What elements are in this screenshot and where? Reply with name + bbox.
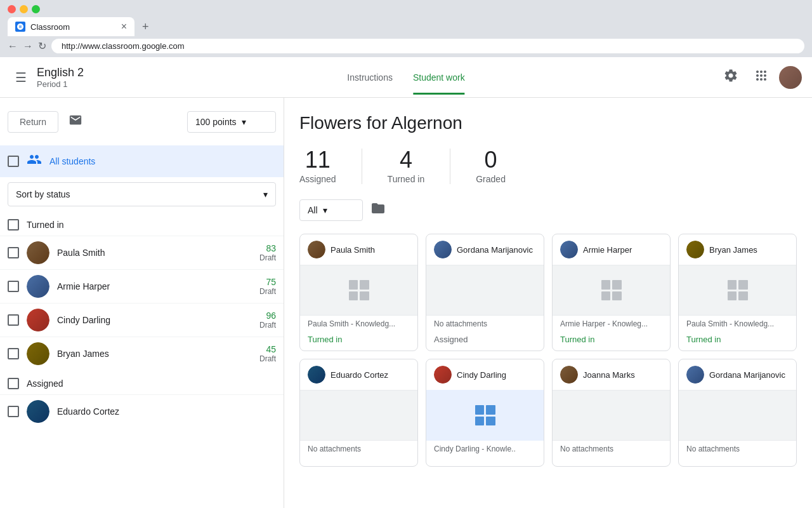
card-cindy-thumbnail <box>426 390 544 441</box>
card-gordana-header: Gordana Marijanovic <box>426 234 544 265</box>
armie-checkbox[interactable] <box>8 281 19 292</box>
paula-avatar <box>27 241 49 264</box>
close-dot[interactable] <box>8 5 16 13</box>
assigned-label: Assigned <box>27 378 63 389</box>
tab-close-button[interactable]: × <box>121 21 127 32</box>
card-paula-smith[interactable]: Paula Smith Paula Smith - Knowledg... Tu… <box>299 234 418 351</box>
browser-address-bar: ← → ↻ <box>0 36 812 57</box>
paula-name: Paula Smith <box>57 248 252 258</box>
hamburger-button[interactable]: ☰ <box>10 65 32 90</box>
points-label: 100 points <box>195 117 237 127</box>
turned-in-label: Turned in <box>27 220 64 230</box>
armie-name: Armie Harper <box>57 281 252 291</box>
doc-grid-icon-2 <box>601 280 622 300</box>
card-armie-thumbnail <box>553 265 670 316</box>
course-name: English 2 <box>37 66 84 79</box>
student-item-armie[interactable]: Armie Harper 75 Draft <box>0 269 284 303</box>
stats-row: 11 Assigned 4 Turned in 0 Graded <box>299 149 797 184</box>
card-bryan-thumbnail <box>679 265 796 316</box>
user-avatar[interactable] <box>779 66 802 89</box>
card-gordana[interactable]: Gordana Marijanovic No attachments Assig… <box>426 234 544 351</box>
card-bryan-name: Bryan James <box>709 245 757 255</box>
card-joanna-status <box>553 457 670 466</box>
assigned-checkbox[interactable] <box>8 378 19 389</box>
sort-dropdown[interactable]: Sort by status ▾ <box>8 182 276 206</box>
bryan-avatar <box>27 342 49 365</box>
card-bryan[interactable]: Bryan James Paula Smith - Knowledg... Tu… <box>678 234 797 351</box>
card-gordana-status: Assigned <box>426 332 544 351</box>
paula-checkbox[interactable] <box>8 247 19 258</box>
card-gordana-filename: No attachments <box>426 316 544 332</box>
all-students-label: All students <box>49 156 95 166</box>
assigned-count: 11 <box>299 149 336 171</box>
student-item-bryan[interactable]: Bryan James 45 Draft <box>0 337 284 370</box>
turned-in-checkbox[interactable] <box>8 219 19 231</box>
filter-row: All ▾ <box>299 199 797 221</box>
student-item-eduardo[interactable]: Eduardo Cortez <box>0 394 284 428</box>
folder-button[interactable] <box>370 201 386 220</box>
minimize-dot[interactable] <box>20 5 28 13</box>
return-button[interactable]: Return <box>8 111 58 133</box>
graded-label: Graded <box>476 174 506 184</box>
card-armie-name: Armie Harper <box>583 245 632 255</box>
maximize-dot[interactable] <box>32 5 40 13</box>
reload-button[interactable]: ↻ <box>38 40 46 52</box>
card-eduardo[interactable]: Eduardo Cortez No attachments <box>299 359 418 467</box>
card-cindy-avatar <box>434 366 452 384</box>
card-gordana-avatar <box>434 241 452 258</box>
card-armie[interactable]: Armie Harper Armie Harper - Knowleg... T… <box>552 234 671 351</box>
card-armie-status: Turned in <box>553 332 670 351</box>
sort-arrow-icon: ▾ <box>263 189 268 199</box>
forward-button[interactable]: → <box>23 41 33 52</box>
eduardo-name: Eduardo Cortez <box>57 406 276 417</box>
turned-in-count: 4 <box>388 149 425 171</box>
card-eduardo-thumbnail <box>300 390 417 441</box>
settings-button[interactable] <box>718 63 743 92</box>
bryan-checkbox[interactable] <box>8 348 19 359</box>
card-cindy-filename: Cindy Darling - Knowle.. <box>426 441 544 457</box>
all-students-checkbox[interactable] <box>8 156 19 167</box>
bryan-grade: 45 Draft <box>259 344 276 363</box>
card-gordana-2-name: Gordana Marijanovic <box>709 370 785 380</box>
main-content: Return 100 points ▾ All students So <box>0 98 812 508</box>
stat-graded: 0 Graded <box>476 149 531 184</box>
card-joanna[interactable]: Joanna Marks No attachments <box>552 359 671 467</box>
card-gordana-2-avatar <box>686 366 704 384</box>
all-students-filter[interactable]: All students <box>0 145 284 177</box>
filter-select[interactable]: All ▾ <box>299 199 363 221</box>
assignment-title: Flowers for Algernon <box>299 113 797 133</box>
tab-instructions[interactable]: Instructions <box>347 60 393 95</box>
card-cindy[interactable]: Cindy Darling Cindy Darling - Knowle.. <box>426 359 544 467</box>
card-gordana-2[interactable]: Gordana Marijanovic No attachments <box>678 359 797 467</box>
address-input[interactable] <box>51 39 804 53</box>
card-gordana-thumbnail <box>426 265 544 316</box>
card-paula-name: Paula Smith <box>331 245 375 255</box>
card-cindy-header: Cindy Darling <box>426 359 544 390</box>
filter-all-label: All <box>308 205 318 215</box>
browser-tab[interactable]: Classroom × <box>8 17 134 36</box>
sort-label: Sort by status <box>16 189 70 199</box>
email-button[interactable] <box>63 108 88 135</box>
student-item-cindy[interactable]: Cindy Darling 96 Draft <box>0 303 284 337</box>
eduardo-checkbox[interactable] <box>8 406 19 417</box>
doc-grid-icon <box>349 280 369 300</box>
points-select[interactable]: 100 points ▾ <box>187 111 276 133</box>
graded-count: 0 <box>476 149 506 171</box>
doc-grid-icon-cindy <box>475 405 495 425</box>
new-tab-button[interactable]: + <box>137 18 154 36</box>
paula-grade: 83 Draft <box>259 243 276 262</box>
stat-turned-in: 4 Turned in <box>388 149 451 184</box>
cindy-checkbox[interactable] <box>8 314 19 326</box>
sidebar: Return 100 points ▾ All students So <box>0 98 284 508</box>
back-button[interactable]: ← <box>8 41 18 52</box>
cindy-name: Cindy Darling <box>57 315 252 325</box>
armie-grade: 75 Draft <box>259 277 276 296</box>
student-item-paula[interactable]: Paula Smith 83 Draft <box>0 236 284 269</box>
tab-title: Classroom <box>30 22 70 32</box>
apps-button[interactable] <box>749 63 774 92</box>
stat-assigned: 11 Assigned <box>299 149 362 184</box>
card-cindy-name: Cindy Darling <box>457 370 506 380</box>
tab-student-work[interactable]: Student work <box>413 60 465 95</box>
card-bryan-avatar <box>686 241 704 258</box>
app: ☰ English 2 Period 1 Instructions Studen… <box>0 57 812 508</box>
